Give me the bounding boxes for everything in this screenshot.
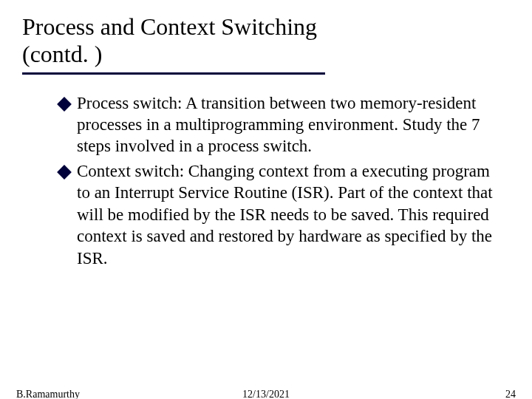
title-underline [22,72,325,75]
slide-title: Process and Context Switching (contd. ) [22,13,510,68]
bullet-text: Process switch: A transition between two… [77,92,495,157]
title-line-2: (contd. ) [22,41,102,67]
list-item: Context switch: Changing context from a … [59,160,495,269]
diamond-bullet-icon [57,165,72,180]
title-line-1: Process and Context Switching [22,13,317,40]
footer-page-number: 24 [505,389,516,399]
bullet-list: Process switch: A transition between two… [22,92,510,270]
diamond-bullet-icon [57,97,72,112]
list-item: Process switch: A transition between two… [59,92,495,157]
footer-date: 12/13/2021 [0,389,532,399]
bullet-text: Context switch: Changing context from a … [77,160,495,269]
